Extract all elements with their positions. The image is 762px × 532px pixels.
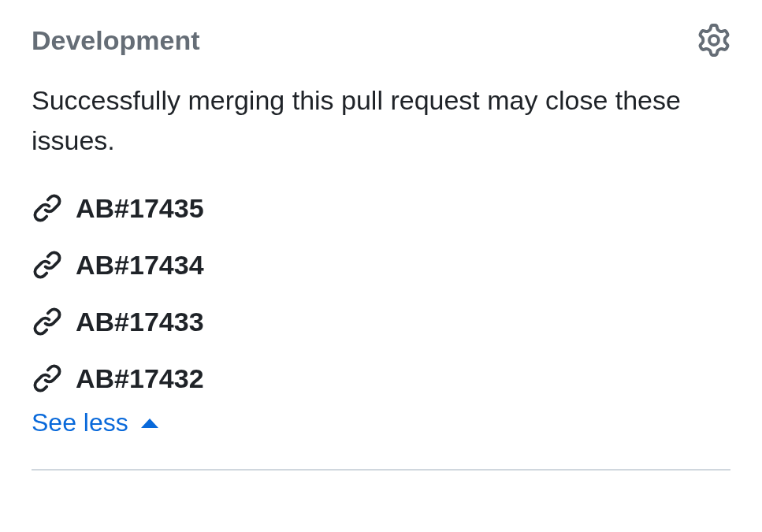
see-less-toggle[interactable]: See less xyxy=(32,408,160,437)
link-icon xyxy=(32,363,63,394)
link-icon xyxy=(32,192,63,224)
section-divider xyxy=(32,469,730,471)
gear-icon[interactable] xyxy=(697,24,730,57)
link-icon xyxy=(32,306,63,337)
linked-issue-item[interactable]: AB#17433 xyxy=(32,306,730,337)
section-description: Successfully merging this pull request m… xyxy=(32,80,730,161)
linked-issues-list: AB#17435 AB#17434 AB#17433 AB#17432 xyxy=(32,192,730,394)
caret-up-icon xyxy=(139,417,160,430)
issue-label: AB#17435 xyxy=(76,193,204,224)
issue-label: AB#17432 xyxy=(76,363,204,394)
linked-issue-item[interactable]: AB#17432 xyxy=(32,363,730,394)
linked-issue-item[interactable]: AB#17435 xyxy=(32,192,730,224)
issue-label: AB#17434 xyxy=(76,250,204,281)
toggle-label: See less xyxy=(32,408,128,437)
link-icon xyxy=(32,249,63,281)
section-title: Development xyxy=(32,25,200,56)
development-header: Development xyxy=(32,24,730,57)
issue-label: AB#17433 xyxy=(76,307,204,337)
linked-issue-item[interactable]: AB#17434 xyxy=(32,249,730,281)
